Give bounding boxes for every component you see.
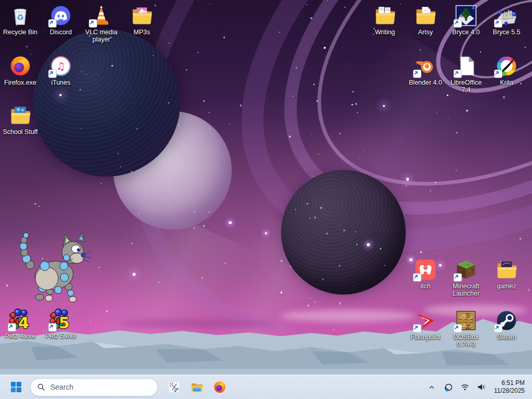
desktop-icon-school-stuff[interactable]: School Stuff <box>1 104 40 136</box>
desktop-icon-minecraft-launcher[interactable]: Minecraft Launcher <box>446 258 486 297</box>
desktop-icon-label: Blender 4.0 <box>409 79 442 86</box>
file-explorer-taskbar-button[interactable] <box>187 377 207 397</box>
blender-icon <box>414 55 437 77</box>
desktop-icon-krita[interactable]: Krita <box>487 55 526 86</box>
desktop-icon-bryce-5-5[interactable]: Bryce 5.5 <box>487 4 526 36</box>
desktop-icon-steam[interactable]: Steam <box>487 309 526 341</box>
shortcut-arrow-icon <box>413 324 421 332</box>
firefox-icon <box>213 380 227 394</box>
libreoffice-icon <box>455 55 477 77</box>
desktop-icon-label: Petz 4.exe <box>5 332 35 340</box>
desktop-icon-label: gamez <box>497 283 516 290</box>
shortcut-arrow-icon <box>494 324 502 332</box>
shortcut-arrow-icon <box>48 19 57 28</box>
tray-chevron-button[interactable] <box>424 379 439 395</box>
taskbar-clock[interactable]: 6:51 PM 11/28/2025 <box>491 378 528 396</box>
steam-icon <box>495 309 518 332</box>
shortcut-arrow-icon <box>413 273 421 282</box>
large-dark-planet <box>33 29 180 177</box>
windows-logo-icon <box>11 382 21 392</box>
folder-image-icon <box>9 104 32 127</box>
desktop-icon-label: Bryce 5.5 <box>493 29 521 36</box>
desktop-icon-libreoffice-7-4[interactable]: LibreOffice 7.4 <box>446 55 486 94</box>
desktop-icon-label: Petz 5.exe <box>45 332 76 340</box>
desktop-icon-label: LibreOffice 7.4 <box>446 79 486 94</box>
desktop-icon-writing[interactable]: Writing <box>365 4 405 36</box>
desktop-icon-artsy[interactable]: Artsy <box>406 4 445 36</box>
bryce4-icon: 4 <box>455 4 477 27</box>
svg-text:5: 5 <box>59 314 70 331</box>
desktop-icon-label: VLC media player <box>82 29 121 43</box>
desktop-icon-label: Flashpoint <box>410 334 441 341</box>
desktop-icon-label: DOSBox 0.74-3 <box>446 334 486 348</box>
shortcut-arrow-icon <box>494 19 502 28</box>
desktop-icon-label: Minecraft Launcher <box>446 283 486 297</box>
desktop-icon-label: iTunes <box>51 79 70 86</box>
svg-text:♫: ♫ <box>56 60 65 72</box>
desktop-icon-firefox-exe[interactable]: Firefox.exe <box>1 55 40 86</box>
taskbar-search[interactable] <box>30 378 158 396</box>
minecraft-icon <box>455 258 477 281</box>
snipping-tool-taskbar-button[interactable] <box>164 377 184 397</box>
desktop-icon-label: Recycle Bin <box>3 29 37 36</box>
desktop-icon-itch[interactable]: itch <box>406 258 445 290</box>
folder-games-icon <box>495 258 518 281</box>
taskbar: 6:51 PM 11/28/2025 <box>0 375 532 399</box>
snipping-tool-icon <box>167 380 181 394</box>
petz4-icon: 4 <box>9 308 32 331</box>
desktop-icon-itunes[interactable]: ♫ iTunes <box>41 55 81 86</box>
windows-update-tray-button[interactable] <box>441 379 456 395</box>
firefox-icon <box>9 55 32 77</box>
desktop-icon-label: Artsy <box>418 29 433 36</box>
desktop-icon-label: itch <box>420 283 430 290</box>
volume-tray-button[interactable] <box>474 379 489 395</box>
desktop-icon-discord[interactable]: Discord <box>41 4 81 36</box>
shortcut-arrow-icon <box>48 70 57 78</box>
svg-text:4: 4 <box>18 314 29 331</box>
wifi-tray-button[interactable] <box>458 379 472 395</box>
desktop-icon-dosbox-0-74-3[interactable]: B DOS X DOSBox 0.74-3 <box>446 309 486 348</box>
shortcut-arrow-icon <box>494 70 502 78</box>
folder-art-icon <box>414 4 437 27</box>
start-button[interactable] <box>6 377 26 397</box>
krita-icon <box>495 55 518 77</box>
desktop-icon-label: Steam <box>497 334 516 341</box>
shortcut-arrow-icon <box>454 324 462 332</box>
desktop-icon-label: Discord <box>50 29 72 36</box>
desktop-icon-blender-4-0[interactable]: Blender 4.0 <box>406 55 445 86</box>
speaker-icon <box>476 382 487 392</box>
desktop-icon-flashpoint[interactable]: Flashpoint <box>406 309 445 341</box>
chevron-up-icon <box>428 383 436 391</box>
desktop-icon-petz-4-exe[interactable]: 4 Petz 4.exe <box>1 308 40 340</box>
wifi-icon <box>460 382 470 392</box>
desktop-icon-petz-5-exe[interactable]: 5 Petz 5.exe <box>41 308 81 340</box>
itch-icon <box>414 258 437 281</box>
desktop-icon-mp3s[interactable]: MP3s <box>122 4 162 36</box>
small-dark-planet <box>281 170 406 295</box>
desktop-icon-label: Firefox.exe <box>4 79 36 86</box>
desktop-icon-vlc-media-player[interactable]: VLC media player <box>82 4 121 43</box>
firefox-taskbar-button[interactable] <box>210 377 230 397</box>
dosbox-icon: B DOS X <box>455 309 477 332</box>
shortcut-arrow-icon <box>8 323 16 331</box>
clock-time: 6:51 PM <box>494 379 525 387</box>
cat-sprite[interactable] <box>12 232 91 302</box>
svg-text:X: X <box>466 324 470 330</box>
update-restart-icon <box>443 382 454 392</box>
flashpoint-icon <box>414 309 437 332</box>
svg-text:♻: ♻ <box>17 13 24 22</box>
search-input[interactable] <box>49 382 129 392</box>
recycle-bin-icon: ♻ <box>9 4 32 27</box>
desktop-icon-label: Writing <box>375 29 395 36</box>
folder-media-icon <box>130 4 153 27</box>
desktop-icon-recycle-bin[interactable]: ♻Recycle Bin <box>1 4 40 36</box>
search-icon <box>37 383 45 391</box>
desktop-icon-bryce-4-0[interactable]: 4 Bryce 4.0 <box>446 4 486 36</box>
itunes-icon: ♫ <box>49 55 72 77</box>
svg-text:4: 4 <box>472 5 474 10</box>
desktop: ♻Recycle Bin Discord VLC media player MP… <box>0 0 532 399</box>
petz5-icon: 5 <box>49 308 72 331</box>
desktop-icon-gamez[interactable]: gamez <box>487 258 526 290</box>
desktop-icon-label: Bryce 4.0 <box>453 29 480 36</box>
shortcut-arrow-icon <box>89 19 97 28</box>
